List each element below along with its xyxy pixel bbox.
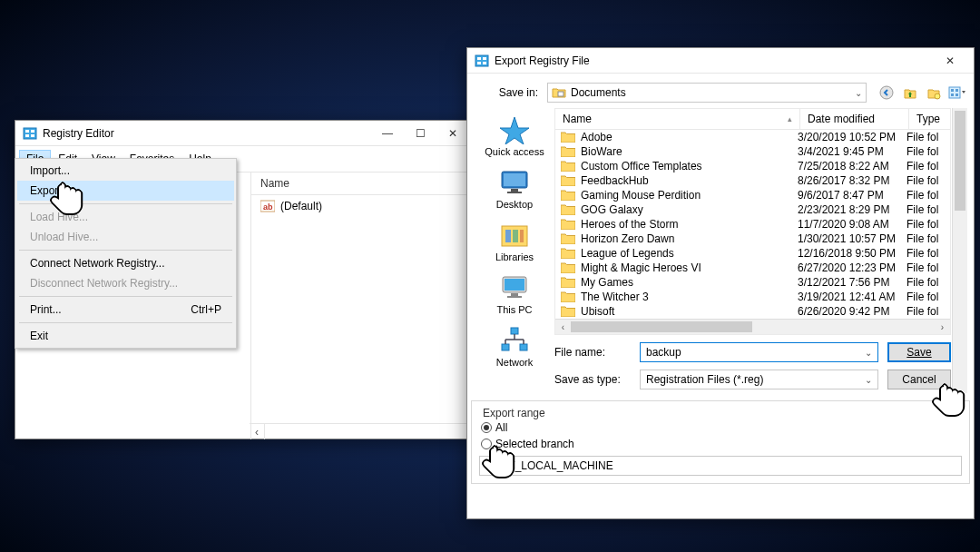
menu-unload-hive: Unload Hive...: [17, 227, 234, 247]
file-row[interactable]: Adobe3/20/2019 10:52 PMFile fol: [555, 130, 950, 144]
export-range-group: Export range All Selected branch HKEY_LO…: [471, 400, 970, 484]
radio-selected-branch[interactable]: Selected branch: [481, 436, 962, 452]
maximize-button[interactable]: ☐: [404, 123, 436, 143]
default-value-row[interactable]: ab (Default): [251, 195, 476, 217]
export-range-legend: Export range: [479, 407, 549, 419]
new-folder-icon[interactable]: [925, 84, 943, 102]
menu-exit[interactable]: Exit: [17, 326, 234, 346]
scroll-right-icon[interactable]: ›: [935, 320, 950, 334]
place-network[interactable]: Network: [478, 322, 551, 371]
back-icon[interactable]: [877, 84, 896, 102]
network-icon: [498, 326, 531, 355]
radio-all[interactable]: All: [481, 419, 962, 436]
menu-export[interactable]: Export...: [17, 181, 234, 201]
svg-rect-12: [558, 92, 564, 96]
file-type: File fol: [906, 291, 945, 303]
menu-load-hive: Load Hive...: [17, 207, 234, 227]
svg-rect-28: [520, 230, 524, 242]
save-button[interactable]: Save: [887, 342, 951, 362]
place-this-pc[interactable]: This PC: [478, 270, 551, 319]
svg-rect-26: [505, 230, 511, 242]
menu-disconnect-network: Disconnect Network Registry...: [17, 273, 234, 293]
view-menu-icon[interactable]: [948, 84, 966, 102]
horizontal-scrollbar[interactable]: ‹: [250, 423, 476, 439]
branch-path-input[interactable]: HKEY_LOCAL_MACHINE: [479, 456, 962, 476]
file-row[interactable]: FeedbackHub8/26/2017 8:32 PMFile fol: [555, 173, 950, 188]
menu-connect-network[interactable]: Connect Network Registry...: [17, 253, 234, 273]
regedit-icon: [475, 54, 489, 68]
svg-rect-27: [513, 230, 518, 242]
file-row[interactable]: Heroes of the Storm11/7/2020 9:08 AMFile…: [555, 217, 950, 232]
svg-rect-34: [502, 344, 509, 350]
file-type: File fol: [906, 174, 945, 187]
file-row[interactable]: My Games3/12/2021 7:56 PMFile fol: [555, 275, 950, 290]
svg-rect-1: [25, 130, 29, 133]
place-quick-access[interactable]: Quick access: [478, 112, 551, 161]
file-row[interactable]: The Witcher 33/19/2021 12:41 AMFile fol: [555, 290, 950, 304]
file-date: 1/30/2021 10:57 PM: [798, 232, 906, 245]
svg-marker-20: [500, 117, 529, 144]
svg-rect-2: [31, 130, 34, 133]
cancel-button[interactable]: Cancel: [887, 370, 951, 389]
svg-rect-15: [949, 87, 960, 98]
regedit-titlebar[interactable]: Registry Editor — ☐ ✕: [15, 121, 476, 146]
file-row[interactable]: Custom Office Templates7/25/2018 8:22 AM…: [555, 159, 950, 173]
minimize-button[interactable]: —: [371, 123, 404, 143]
file-row[interactable]: Horizon Zero Dawn1/30/2021 10:57 PMFile …: [555, 232, 950, 246]
radio-icon: [481, 422, 492, 433]
save-in-combo[interactable]: Documents ⌄: [547, 83, 867, 103]
svg-rect-32: [507, 296, 522, 298]
scroll-left-icon[interactable]: ‹: [250, 424, 265, 439]
default-value-label: (Default): [280, 200, 322, 212]
file-row[interactable]: Might & Magic Heroes VI6/27/2020 12:23 P…: [555, 261, 950, 275]
saveas-combo[interactable]: Registration Files (*.reg) ⌄: [640, 370, 878, 389]
desktop-icon: [498, 168, 531, 197]
svg-rect-23: [511, 189, 518, 192]
regedit-title: Registry Editor: [43, 127, 371, 140]
file-type: File fol: [906, 247, 945, 260]
place-libraries[interactable]: Libraries: [478, 217, 551, 266]
file-date: 3/20/2019 10:52 PM: [798, 131, 906, 143]
file-row[interactable]: GOG Galaxy2/23/2021 8:29 PMFile fol: [555, 202, 950, 217]
place-desktop[interactable]: Desktop: [478, 164, 551, 213]
file-date: 11/7/2020 9:08 AM: [798, 218, 906, 231]
sort-ascending-icon: ▴: [788, 114, 792, 123]
col-name-header[interactable]: Name: [251, 172, 476, 195]
libraries-icon: [498, 221, 531, 250]
file-date: 9/6/2017 8:47 PM: [798, 189, 906, 202]
svg-rect-24: [507, 192, 522, 193]
file-row[interactable]: Gaming Mouse Perdition9/6/2017 8:47 PMFi…: [555, 188, 950, 202]
file-row[interactable]: Ubisoft6/26/2020 9:42 PMFile fol: [555, 304, 950, 319]
vertical-scrollbar[interactable]: [952, 108, 967, 393]
scroll-thumb[interactable]: [571, 321, 752, 332]
filename-input[interactable]: backup ⌄: [640, 342, 878, 362]
col-name[interactable]: Name▴: [555, 109, 800, 129]
close-button[interactable]: ✕: [436, 123, 469, 143]
col-type[interactable]: Type: [909, 109, 950, 129]
col-date[interactable]: Date modified: [800, 109, 909, 129]
file-menu-dropdown: Import... Export... Load Hive... Unload …: [15, 158, 237, 349]
menu-import[interactable]: Import...: [17, 161, 234, 181]
scroll-thumb[interactable]: [955, 111, 965, 211]
close-button[interactable]: ✕: [934, 51, 966, 71]
file-type: File fol: [906, 203, 945, 216]
radio-icon: [481, 439, 492, 449]
horizontal-scrollbar[interactable]: ‹ ›: [555, 319, 950, 334]
menu-print[interactable]: Print...Ctrl+P: [17, 300, 234, 320]
folder-icon: [561, 291, 575, 302]
folder-icon: [561, 219, 575, 230]
regedit-icon: [23, 126, 37, 141]
file-row[interactable]: League of Legends12/16/2018 9:50 PMFile …: [555, 246, 950, 261]
export-titlebar[interactable]: Export Registry File ✕: [467, 48, 974, 74]
folder-icon: [561, 233, 575, 244]
file-row[interactable]: BioWare3/4/2021 9:45 PMFile fol: [555, 144, 950, 159]
svg-point-14: [935, 94, 940, 99]
export-dialog: Export Registry File ✕ Save in: Document…: [466, 47, 975, 519]
svg-rect-22: [504, 173, 525, 186]
folder-icon: [561, 306, 575, 317]
up-one-level-icon[interactable]: [901, 84, 919, 102]
folder-icon: [561, 277, 575, 288]
folder-icon: [561, 262, 575, 273]
svg-rect-10: [477, 62, 481, 64]
scroll-left-icon[interactable]: ‹: [555, 320, 571, 334]
